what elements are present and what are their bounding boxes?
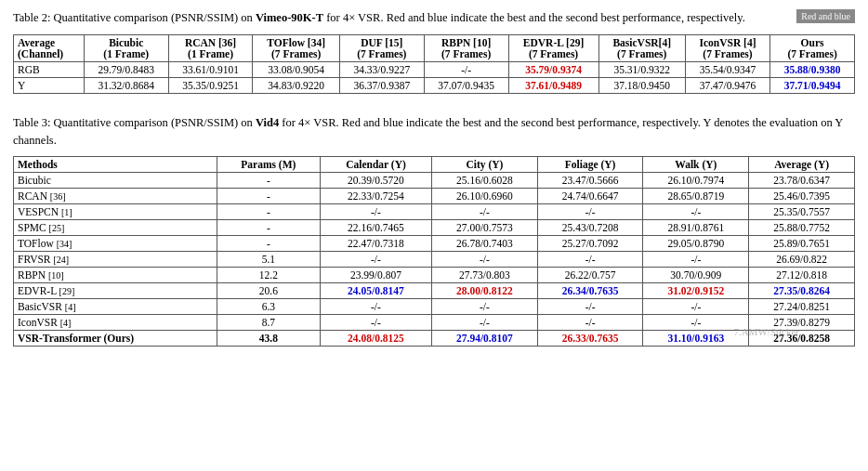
table3-cell-0-3: 26.10/0.7974: [643, 173, 749, 189]
table3-cell-9-2: -/-: [537, 315, 643, 331]
table2: Average(Channel) Bicubic(1 Frame) RCAN […: [13, 34, 855, 94]
table2-channel: RGB: [14, 61, 85, 77]
table2-th-6: EDVR-L [29](7 Frames): [508, 34, 598, 61]
table3-row: VSR-Transformer (Ours)43.824.08/0.812527…: [14, 331, 855, 347]
table2-cell-0-5: 35.79/0.9374: [508, 61, 598, 77]
table3-cell-8-1: -/-: [432, 299, 538, 315]
table3-th-city: City (Y): [432, 157, 538, 173]
table3-cell-6-0: 23.99/0.807: [320, 268, 431, 283]
table3-method: TOFlow [34]: [14, 236, 217, 252]
table3-params: -: [217, 204, 320, 220]
table3-cell-5-1: -/-: [432, 252, 538, 268]
table3-cell-4-3: 29.05/0.8790: [643, 236, 749, 252]
table3-cell-1-0: 22.33/0.7254: [320, 189, 431, 204]
top-badge: Red and blue: [796, 9, 855, 23]
table2-cell-1-7: 37.47/0.9476: [685, 77, 769, 93]
table2-row: Y31.32/0.868435.35/0.925134.83/0.922036.…: [14, 77, 855, 93]
table3-method: IconVSR [4]: [14, 315, 217, 331]
table3-cell-7-4: 27.35/0.8264: [749, 283, 855, 299]
table3-method: RBPN [10]: [14, 268, 217, 283]
table2-cell-0-3: 34.33/0.9227: [339, 61, 424, 77]
table3-cell-1-4: 25.46/0.7395: [749, 189, 855, 204]
table3-row: FRVSR [24]5.1-/--/--/--/-26.69/0.822: [14, 252, 855, 268]
table3-cell-5-3: -/-: [643, 252, 749, 268]
table3-cell-9-1: -/-: [432, 315, 538, 331]
page-wrapper: Red and blue Table 2: Quantitative compa…: [13, 9, 855, 347]
table3-cell-0-1: 25.16/0.6028: [432, 173, 538, 189]
table3-th-foliage: Foliage (Y): [537, 157, 643, 173]
table3-header-row: Methods Params (M) Calendar (Y) City (Y)…: [14, 157, 855, 173]
table2-cell-0-1: 33.61/0.9101: [168, 61, 253, 77]
table2-caption-suffix: for 4× VSR. Red and blue indicate the be…: [323, 11, 745, 24]
table3-cell-6-2: 26.22/0.757: [537, 268, 643, 283]
table3-cell-10-0: 24.08/0.8125: [320, 331, 431, 347]
table3-method: SPMC [25]: [14, 220, 217, 236]
table3-cell-0-2: 23.47/0.5666: [537, 173, 643, 189]
watermark: 7.AMW/Sticker: [733, 326, 799, 337]
table3-cell-0-0: 20.39/0.5720: [320, 173, 431, 189]
table3-params: 20.6: [217, 283, 320, 299]
table2-cell-1-3: 36.37/0.9387: [339, 77, 424, 93]
table3-cell-7-3: 31.02/0.9152: [643, 283, 749, 299]
table3-row: RBPN [10]12.223.99/0.80727.73/0.80326.22…: [14, 268, 855, 283]
table3-cell-9-0: -/-: [320, 315, 431, 331]
table3-row: BasicVSR [4]6.3-/--/--/--/-27.24/0.8251: [14, 299, 855, 315]
table3-cell-7-0: 24.05/0.8147: [320, 283, 431, 299]
table2-th-0: Average(Channel): [14, 34, 85, 61]
table3-row: RCAN [36]-22.33/0.725426.10/0.696024.74/…: [14, 189, 855, 204]
table3-cell-8-0: -/-: [320, 299, 431, 315]
table2-cell-0-7: 35.54/0.9347: [685, 61, 769, 77]
table3-params: 6.3: [217, 299, 320, 315]
table3-cell-2-3: -/-: [643, 204, 749, 220]
table2-wrapper: Average(Channel) Bicubic(1 Frame) RCAN […: [13, 34, 855, 94]
table3-cell-3-4: 25.88/0.7752: [749, 220, 855, 236]
table2-th-5: RBPN [10](7 Frames): [424, 34, 508, 61]
table2-cell-1-5: 37.61/0.9489: [508, 77, 598, 93]
table3-row: VESPCN [1]--/--/--/--/-25.35/0.7557: [14, 204, 855, 220]
table3-params: -: [217, 220, 320, 236]
table2-th-7: BasicVSR[4](7 Frames): [598, 34, 685, 61]
table3-th-params: Params (M): [217, 157, 320, 173]
table3-th-walk: Walk (Y): [643, 157, 749, 173]
table3-method: FRVSR [24]: [14, 252, 217, 268]
table3-row: TOFlow [34]-22.47/0.731826.78/0.740325.2…: [14, 236, 855, 252]
table2-caption: Table 2: Quantitative comparison (PSNR/S…: [13, 9, 855, 27]
table3-method: EDVR-L [29]: [14, 283, 217, 299]
table3-cell-6-3: 30.70/0.909: [643, 268, 749, 283]
table3-caption: Table 3: Quantitative comparison (PSNR/S…: [13, 114, 855, 150]
table2-cell-0-4: -/-: [424, 61, 508, 77]
table2-th-3: TOFlow [34](7 Frames): [253, 34, 339, 61]
table3-cell-4-0: 22.47/0.7318: [320, 236, 431, 252]
table3-params: -: [217, 236, 320, 252]
table2-cell-1-0: 31.32/0.8684: [84, 77, 168, 93]
table3-row: EDVR-L [29]20.624.05/0.814728.00/0.81222…: [14, 283, 855, 299]
table3-params: 5.1: [217, 252, 320, 268]
table3-cell-6-1: 27.73/0.803: [432, 268, 538, 283]
table3-cell-8-3: -/-: [643, 299, 749, 315]
table3-cell-4-2: 25.27/0.7092: [537, 236, 643, 252]
table3-method: VESPCN [1]: [14, 204, 217, 220]
table3-params: 43.8: [217, 331, 320, 347]
table2-cell-1-6: 37.18/0.9450: [598, 77, 685, 93]
table3: Methods Params (M) Calendar (Y) City (Y)…: [13, 156, 855, 347]
table3-th-calendar: Calendar (Y): [320, 157, 431, 173]
table3-cell-3-3: 28.91/0.8761: [643, 220, 749, 236]
table3-cell-3-1: 27.00/0.7573: [432, 220, 538, 236]
table3-params: -: [217, 189, 320, 204]
table2-cell-0-0: 29.79/0.8483: [84, 61, 168, 77]
table3-th-average: Average (Y): [749, 157, 855, 173]
table2-th-9: Ours(7 Frames): [770, 34, 855, 61]
table2-cell-0-8: 35.88/0.9380: [770, 61, 855, 77]
table3-cell-3-0: 22.16/0.7465: [320, 220, 431, 236]
table3-cell-8-4: 27.24/0.8251: [749, 299, 855, 315]
table3-method: Bicubic: [14, 173, 217, 189]
table3-cell-5-0: -/-: [320, 252, 431, 268]
table3-cell-0-4: 23.78/0.6347: [749, 173, 855, 189]
table3-cell-8-2: -/-: [537, 299, 643, 315]
table3-caption-dataset: Vid4: [256, 116, 279, 129]
table3-cell-1-1: 26.10/0.6960: [432, 189, 538, 204]
table3-cell-6-4: 27.12/0.818: [749, 268, 855, 283]
table3-cell-4-1: 26.78/0.7403: [432, 236, 538, 252]
table2-cell-1-8: 37.71/0.9494: [770, 77, 855, 93]
table3-cell-3-2: 25.43/0.7208: [537, 220, 643, 236]
